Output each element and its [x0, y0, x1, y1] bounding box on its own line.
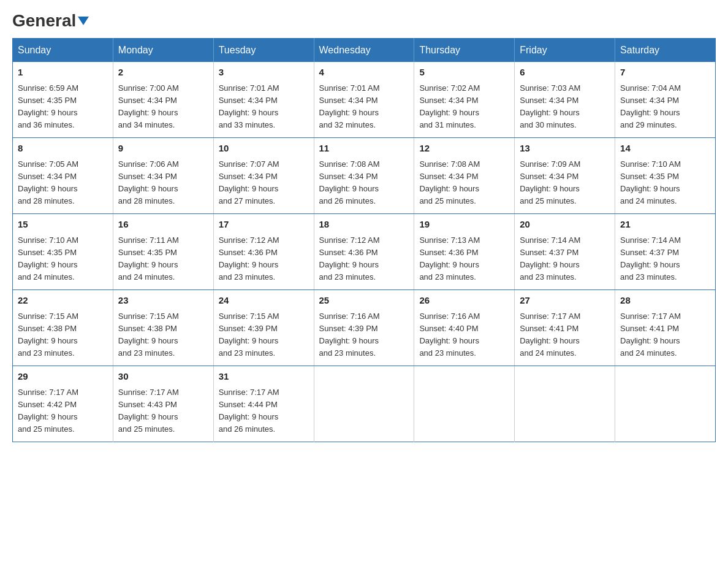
day-info: Sunrise: 7:15 AMSunset: 4:38 PMDaylight:…	[118, 312, 179, 358]
day-of-week-header: Monday	[113, 39, 213, 63]
day-info: Sunrise: 7:15 AMSunset: 4:38 PMDaylight:…	[18, 312, 78, 358]
calendar-day-cell: 22 Sunrise: 7:15 AMSunset: 4:38 PMDaylig…	[13, 290, 113, 366]
day-number: 14	[620, 142, 710, 156]
day-number: 2	[118, 66, 208, 80]
day-info: Sunrise: 7:10 AMSunset: 4:35 PMDaylight:…	[18, 236, 78, 282]
day-number: 24	[219, 294, 309, 308]
day-number: 20	[520, 218, 610, 232]
day-info: Sunrise: 7:15 AMSunset: 4:39 PMDaylight:…	[219, 312, 279, 358]
day-number: 13	[520, 142, 610, 156]
page-header: General	[12, 12, 716, 28]
day-number: 18	[319, 218, 409, 232]
day-number: 9	[118, 142, 208, 156]
day-number: 26	[419, 294, 509, 308]
day-of-week-header: Saturday	[615, 39, 716, 63]
day-info: Sunrise: 7:14 AMSunset: 4:37 PMDaylight:…	[520, 236, 580, 282]
calendar-header-row: SundayMondayTuesdayWednesdayThursdayFrid…	[13, 39, 716, 63]
calendar-day-cell: 27 Sunrise: 7:17 AMSunset: 4:41 PMDaylig…	[515, 290, 615, 366]
day-info: Sunrise: 7:01 AMSunset: 4:34 PMDaylight:…	[219, 83, 279, 129]
day-number: 8	[18, 142, 108, 156]
day-number: 27	[520, 294, 610, 308]
calendar-day-cell: 1 Sunrise: 6:59 AMSunset: 4:35 PMDayligh…	[13, 62, 113, 138]
day-of-week-header: Sunday	[13, 39, 113, 63]
calendar-day-cell: 26 Sunrise: 7:16 AMSunset: 4:40 PMDaylig…	[414, 290, 515, 366]
day-info: Sunrise: 7:17 AMSunset: 4:44 PMDaylight:…	[219, 388, 279, 434]
day-info: Sunrise: 7:04 AMSunset: 4:34 PMDaylight:…	[620, 83, 681, 129]
day-info: Sunrise: 7:08 AMSunset: 4:34 PMDaylight:…	[419, 159, 480, 205]
day-number: 23	[118, 294, 208, 308]
calendar-day-cell: 29 Sunrise: 7:17 AMSunset: 4:42 PMDaylig…	[13, 366, 113, 442]
day-info: Sunrise: 7:17 AMSunset: 4:42 PMDaylight:…	[18, 388, 78, 434]
calendar-day-cell: 8 Sunrise: 7:05 AMSunset: 4:34 PMDayligh…	[13, 138, 113, 214]
day-number: 10	[219, 142, 309, 156]
day-number: 29	[18, 370, 108, 384]
day-info: Sunrise: 7:12 AMSunset: 4:36 PMDaylight:…	[319, 236, 380, 282]
calendar-week-row: 8 Sunrise: 7:05 AMSunset: 4:34 PMDayligh…	[13, 138, 716, 214]
day-number: 15	[18, 218, 108, 232]
day-info: Sunrise: 7:16 AMSunset: 4:40 PMDaylight:…	[419, 312, 480, 358]
logo-triangle-icon	[78, 17, 89, 25]
day-number: 30	[118, 370, 208, 384]
day-info: Sunrise: 6:59 AMSunset: 4:35 PMDaylight:…	[18, 83, 78, 129]
day-info: Sunrise: 7:02 AMSunset: 4:34 PMDaylight:…	[419, 83, 480, 129]
calendar-day-cell: 20 Sunrise: 7:14 AMSunset: 4:37 PMDaylig…	[515, 214, 615, 290]
calendar-week-row: 15 Sunrise: 7:10 AMSunset: 4:35 PMDaylig…	[13, 214, 716, 290]
calendar-day-cell: 17 Sunrise: 7:12 AMSunset: 4:36 PMDaylig…	[213, 214, 314, 290]
day-info: Sunrise: 7:05 AMSunset: 4:34 PMDaylight:…	[18, 159, 78, 205]
calendar-day-cell: 5 Sunrise: 7:02 AMSunset: 4:34 PMDayligh…	[414, 62, 515, 138]
calendar-day-cell: 16 Sunrise: 7:11 AMSunset: 4:35 PMDaylig…	[113, 214, 213, 290]
calendar-day-cell: 3 Sunrise: 7:01 AMSunset: 4:34 PMDayligh…	[213, 62, 314, 138]
day-number: 12	[419, 142, 509, 156]
day-of-week-header: Tuesday	[213, 39, 314, 63]
day-info: Sunrise: 7:13 AMSunset: 4:36 PMDaylight:…	[419, 236, 480, 282]
day-of-week-header: Friday	[515, 39, 615, 63]
day-of-week-header: Wednesday	[314, 39, 414, 63]
day-info: Sunrise: 7:00 AMSunset: 4:34 PMDaylight:…	[118, 83, 179, 129]
day-info: Sunrise: 7:06 AMSunset: 4:34 PMDaylight:…	[118, 159, 179, 205]
day-number: 1	[18, 66, 108, 80]
logo: General	[12, 12, 89, 28]
calendar-day-cell	[515, 366, 615, 442]
calendar-day-cell: 9 Sunrise: 7:06 AMSunset: 4:34 PMDayligh…	[113, 138, 213, 214]
day-number: 28	[620, 294, 710, 308]
day-info: Sunrise: 7:14 AMSunset: 4:37 PMDaylight:…	[620, 236, 681, 282]
day-number: 17	[219, 218, 309, 232]
calendar-day-cell: 24 Sunrise: 7:15 AMSunset: 4:39 PMDaylig…	[213, 290, 314, 366]
calendar-day-cell: 13 Sunrise: 7:09 AMSunset: 4:34 PMDaylig…	[515, 138, 615, 214]
calendar-day-cell: 30 Sunrise: 7:17 AMSunset: 4:43 PMDaylig…	[113, 366, 213, 442]
calendar-day-cell: 28 Sunrise: 7:17 AMSunset: 4:41 PMDaylig…	[615, 290, 716, 366]
calendar-day-cell	[615, 366, 716, 442]
day-info: Sunrise: 7:07 AMSunset: 4:34 PMDaylight:…	[219, 159, 279, 205]
day-info: Sunrise: 7:11 AMSunset: 4:35 PMDaylight:…	[118, 236, 179, 282]
day-info: Sunrise: 7:17 AMSunset: 4:43 PMDaylight:…	[118, 388, 179, 434]
day-number: 5	[419, 66, 509, 80]
day-info: Sunrise: 7:17 AMSunset: 4:41 PMDaylight:…	[520, 312, 580, 358]
calendar-day-cell: 4 Sunrise: 7:01 AMSunset: 4:34 PMDayligh…	[314, 62, 414, 138]
day-info: Sunrise: 7:08 AMSunset: 4:34 PMDaylight:…	[319, 159, 380, 205]
day-number: 3	[219, 66, 309, 80]
day-number: 21	[620, 218, 710, 232]
day-number: 16	[118, 218, 208, 232]
calendar-week-row: 22 Sunrise: 7:15 AMSunset: 4:38 PMDaylig…	[13, 290, 716, 366]
calendar-day-cell: 11 Sunrise: 7:08 AMSunset: 4:34 PMDaylig…	[314, 138, 414, 214]
logo-general: General	[12, 12, 89, 29]
day-info: Sunrise: 7:01 AMSunset: 4:34 PMDaylight:…	[319, 83, 380, 129]
calendar-day-cell: 21 Sunrise: 7:14 AMSunset: 4:37 PMDaylig…	[615, 214, 716, 290]
calendar-day-cell	[414, 366, 515, 442]
calendar-day-cell: 19 Sunrise: 7:13 AMSunset: 4:36 PMDaylig…	[414, 214, 515, 290]
day-number: 22	[18, 294, 108, 308]
day-info: Sunrise: 7:09 AMSunset: 4:34 PMDaylight:…	[520, 159, 580, 205]
day-info: Sunrise: 7:16 AMSunset: 4:39 PMDaylight:…	[319, 312, 380, 358]
calendar-day-cell: 18 Sunrise: 7:12 AMSunset: 4:36 PMDaylig…	[314, 214, 414, 290]
calendar-day-cell: 6 Sunrise: 7:03 AMSunset: 4:34 PMDayligh…	[515, 62, 615, 138]
day-number: 31	[219, 370, 309, 384]
calendar-day-cell	[314, 366, 414, 442]
calendar-day-cell: 23 Sunrise: 7:15 AMSunset: 4:38 PMDaylig…	[113, 290, 213, 366]
calendar-week-row: 1 Sunrise: 6:59 AMSunset: 4:35 PMDayligh…	[13, 62, 716, 138]
calendar-day-cell: 7 Sunrise: 7:04 AMSunset: 4:34 PMDayligh…	[615, 62, 716, 138]
day-number: 6	[520, 66, 610, 80]
calendar-day-cell: 25 Sunrise: 7:16 AMSunset: 4:39 PMDaylig…	[314, 290, 414, 366]
calendar-day-cell: 12 Sunrise: 7:08 AMSunset: 4:34 PMDaylig…	[414, 138, 515, 214]
calendar-day-cell: 31 Sunrise: 7:17 AMSunset: 4:44 PMDaylig…	[213, 366, 314, 442]
day-number: 4	[319, 66, 409, 80]
